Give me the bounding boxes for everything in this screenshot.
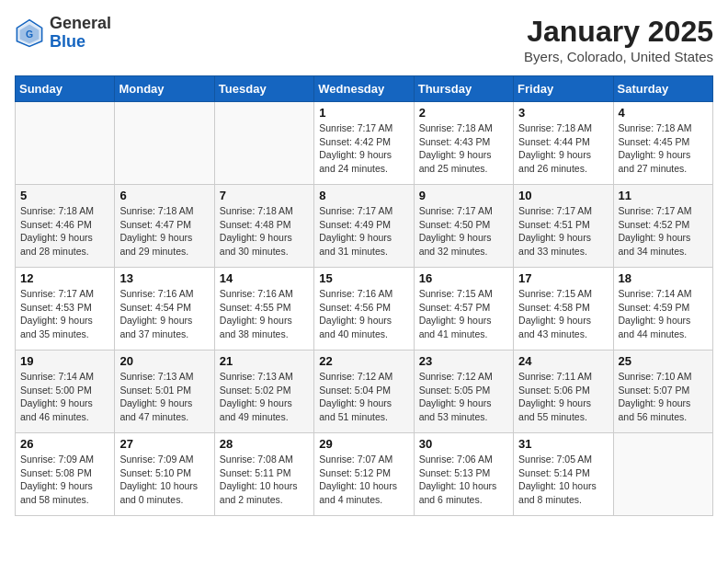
month-title: January 2025 (524, 15, 713, 49)
day-number: 10 (518, 189, 608, 202)
calendar-empty-cell (115, 102, 214, 185)
calendar-day-cell: 1Sunrise: 7:17 AM Sunset: 4:42 PM Daylig… (314, 102, 414, 185)
day-info: Sunrise: 7:17 AM Sunset: 4:42 PM Dayligh… (319, 121, 408, 176)
page-header: G General Blue January 2025 Byers, Color… (15, 15, 713, 64)
day-info: Sunrise: 7:07 AM Sunset: 5:12 PM Dayligh… (319, 453, 408, 507)
day-number: 4 (619, 106, 708, 120)
calendar-day-cell: 21Sunrise: 7:13 AM Sunset: 5:02 PM Dayli… (214, 350, 313, 433)
day-number: 13 (119, 271, 209, 285)
calendar-day-cell: 28Sunrise: 7:08 AM Sunset: 5:11 PM Dayli… (214, 433, 313, 516)
calendar-day-cell: 2Sunrise: 7:18 AM Sunset: 4:43 PM Daylig… (414, 102, 513, 185)
day-number: 1 (319, 106, 408, 120)
calendar-day-cell: 23Sunrise: 7:12 AM Sunset: 5:05 PM Dayli… (414, 350, 513, 433)
calendar-day-cell: 29Sunrise: 7:07 AM Sunset: 5:12 PM Dayli… (314, 433, 414, 516)
calendar-day-cell: 3Sunrise: 7:18 AM Sunset: 4:44 PM Daylig… (514, 102, 613, 185)
day-number: 27 (119, 437, 209, 451)
day-info: Sunrise: 7:18 AM Sunset: 4:46 PM Dayligh… (20, 204, 109, 259)
weekday-header-cell: Monday (115, 76, 214, 102)
day-info: Sunrise: 7:16 AM Sunset: 4:55 PM Dayligh… (220, 287, 309, 341)
calendar-day-cell: 11Sunrise: 7:17 AM Sunset: 4:52 PM Dayli… (613, 185, 712, 268)
day-info: Sunrise: 7:16 AM Sunset: 4:54 PM Dayligh… (119, 287, 209, 341)
calendar-day-cell: 25Sunrise: 7:10 AM Sunset: 5:07 PM Dayli… (613, 350, 712, 433)
day-info: Sunrise: 7:18 AM Sunset: 4:43 PM Dayligh… (419, 121, 508, 176)
day-number: 17 (518, 271, 608, 285)
calendar-week-row: 12Sunrise: 7:17 AM Sunset: 4:53 PM Dayli… (16, 268, 713, 350)
calendar-day-cell: 18Sunrise: 7:14 AM Sunset: 4:59 PM Dayli… (613, 268, 712, 350)
calendar-day-cell: 4Sunrise: 7:18 AM Sunset: 4:45 PM Daylig… (613, 102, 712, 185)
day-number: 6 (119, 189, 209, 202)
calendar-table: SundayMondayTuesdayWednesdayThursdayFrid… (15, 75, 713, 516)
calendar-body: 1Sunrise: 7:17 AM Sunset: 4:42 PM Daylig… (16, 102, 713, 516)
calendar-week-row: 5Sunrise: 7:18 AM Sunset: 4:46 PM Daylig… (16, 185, 713, 268)
svg-text:G: G (26, 29, 33, 40)
weekday-header-cell: Sunday (16, 76, 115, 102)
calendar-day-cell: 8Sunrise: 7:17 AM Sunset: 4:49 PM Daylig… (314, 185, 414, 268)
day-number: 31 (518, 437, 608, 451)
calendar-day-cell: 31Sunrise: 7:05 AM Sunset: 5:14 PM Dayli… (514, 433, 613, 516)
day-info: Sunrise: 7:15 AM Sunset: 4:57 PM Dayligh… (419, 287, 508, 341)
day-number: 7 (220, 189, 309, 202)
day-number: 25 (619, 354, 708, 368)
calendar-day-cell: 17Sunrise: 7:15 AM Sunset: 4:58 PM Dayli… (514, 268, 613, 350)
day-number: 3 (518, 106, 608, 120)
day-info: Sunrise: 7:13 AM Sunset: 5:01 PM Dayligh… (119, 370, 209, 424)
day-info: Sunrise: 7:17 AM Sunset: 4:51 PM Dayligh… (518, 204, 608, 259)
day-info: Sunrise: 7:12 AM Sunset: 5:04 PM Dayligh… (319, 370, 408, 424)
title-block: January 2025 Byers, Colorado, United Sta… (524, 15, 713, 64)
calendar-day-cell: 27Sunrise: 7:09 AM Sunset: 5:10 PM Dayli… (115, 433, 214, 516)
calendar-week-row: 26Sunrise: 7:09 AM Sunset: 5:08 PM Dayli… (16, 433, 713, 516)
day-info: Sunrise: 7:16 AM Sunset: 4:56 PM Dayligh… (319, 287, 408, 341)
day-info: Sunrise: 7:17 AM Sunset: 4:53 PM Dayligh… (20, 287, 109, 341)
day-info: Sunrise: 7:12 AM Sunset: 5:05 PM Dayligh… (419, 370, 508, 424)
day-number: 11 (619, 189, 708, 202)
weekday-header-row: SundayMondayTuesdayWednesdayThursdayFrid… (16, 76, 713, 102)
weekday-header-cell: Wednesday (314, 76, 414, 102)
day-info: Sunrise: 7:05 AM Sunset: 5:14 PM Dayligh… (518, 453, 608, 507)
calendar-day-cell: 7Sunrise: 7:18 AM Sunset: 4:48 PM Daylig… (214, 185, 313, 268)
logo: G General Blue (15, 15, 111, 52)
calendar-day-cell: 30Sunrise: 7:06 AM Sunset: 5:13 PM Dayli… (414, 433, 513, 516)
logo-blue-text: Blue (50, 32, 85, 51)
calendar-week-row: 19Sunrise: 7:14 AM Sunset: 5:00 PM Dayli… (16, 350, 713, 433)
day-number: 5 (20, 189, 109, 202)
calendar-day-cell: 10Sunrise: 7:17 AM Sunset: 4:51 PM Dayli… (514, 185, 613, 268)
day-info: Sunrise: 7:09 AM Sunset: 5:08 PM Dayligh… (20, 453, 109, 507)
weekday-header-cell: Saturday (613, 76, 712, 102)
day-number: 26 (20, 437, 109, 451)
day-info: Sunrise: 7:13 AM Sunset: 5:02 PM Dayligh… (220, 370, 309, 424)
calendar-empty-cell (214, 102, 313, 185)
weekday-header-cell: Tuesday (214, 76, 313, 102)
calendar-day-cell: 13Sunrise: 7:16 AM Sunset: 4:54 PM Dayli… (115, 268, 214, 350)
calendar-day-cell: 20Sunrise: 7:13 AM Sunset: 5:01 PM Dayli… (115, 350, 214, 433)
weekday-header-cell: Friday (514, 76, 613, 102)
calendar-day-cell: 6Sunrise: 7:18 AM Sunset: 4:47 PM Daylig… (115, 185, 214, 268)
day-info: Sunrise: 7:18 AM Sunset: 4:48 PM Dayligh… (220, 204, 309, 259)
calendar-day-cell: 9Sunrise: 7:17 AM Sunset: 4:50 PM Daylig… (414, 185, 513, 268)
day-info: Sunrise: 7:06 AM Sunset: 5:13 PM Dayligh… (419, 453, 508, 507)
calendar-week-row: 1Sunrise: 7:17 AM Sunset: 4:42 PM Daylig… (16, 102, 713, 185)
day-info: Sunrise: 7:17 AM Sunset: 4:52 PM Dayligh… (619, 204, 708, 259)
day-number: 21 (220, 354, 309, 368)
logo-icon: G (15, 18, 44, 48)
location: Byers, Colorado, United States (524, 49, 713, 64)
day-number: 23 (419, 354, 508, 368)
day-number: 28 (220, 437, 309, 451)
logo-general-text: General (50, 14, 111, 32)
calendar-day-cell: 16Sunrise: 7:15 AM Sunset: 4:57 PM Dayli… (414, 268, 513, 350)
day-info: Sunrise: 7:14 AM Sunset: 4:59 PM Dayligh… (619, 287, 708, 341)
day-info: Sunrise: 7:17 AM Sunset: 4:49 PM Dayligh… (319, 204, 408, 259)
calendar-day-cell: 24Sunrise: 7:11 AM Sunset: 5:06 PM Dayli… (514, 350, 613, 433)
calendar-day-cell: 5Sunrise: 7:18 AM Sunset: 4:46 PM Daylig… (16, 185, 115, 268)
calendar-day-cell: 15Sunrise: 7:16 AM Sunset: 4:56 PM Dayli… (314, 268, 414, 350)
day-info: Sunrise: 7:14 AM Sunset: 5:00 PM Dayligh… (20, 370, 109, 424)
day-info: Sunrise: 7:17 AM Sunset: 4:50 PM Dayligh… (419, 204, 508, 259)
day-number: 18 (619, 271, 708, 285)
day-number: 15 (319, 271, 408, 285)
calendar-day-cell: 12Sunrise: 7:17 AM Sunset: 4:53 PM Dayli… (16, 268, 115, 350)
day-number: 2 (419, 106, 508, 120)
calendar-day-cell: 14Sunrise: 7:16 AM Sunset: 4:55 PM Dayli… (214, 268, 313, 350)
weekday-header-cell: Thursday (414, 76, 513, 102)
calendar-empty-cell (16, 102, 115, 185)
calendar-day-cell: 22Sunrise: 7:12 AM Sunset: 5:04 PM Dayli… (314, 350, 414, 433)
calendar-empty-cell (613, 433, 712, 516)
